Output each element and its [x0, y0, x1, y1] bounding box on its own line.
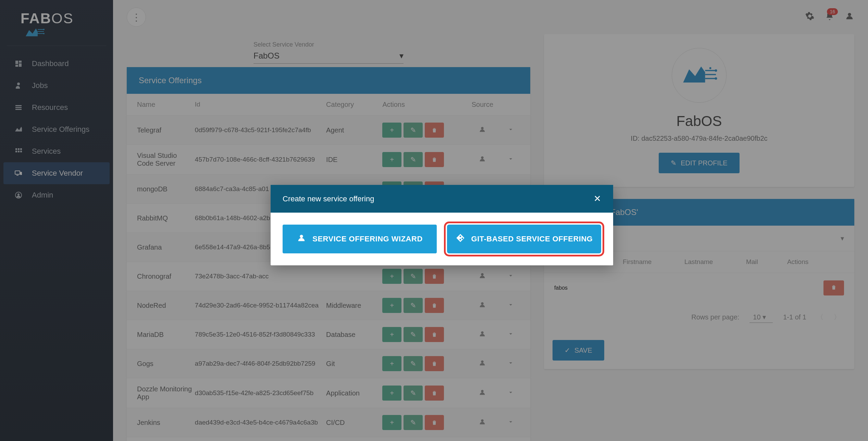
service-offering-wizard-button[interactable]: SERVICE OFFERING WIZARD	[283, 225, 437, 253]
git-icon	[456, 233, 465, 245]
git-based-service-offering-button[interactable]: GIT-BASED SERVICE OFFERING	[447, 225, 601, 253]
create-offering-modal: Create new service offering ✕ SERVICE OF…	[271, 185, 613, 265]
close-icon[interactable]: ✕	[594, 193, 601, 204]
modal-title: Create new service offering	[283, 194, 374, 203]
svg-point-39	[300, 235, 303, 238]
person-icon	[297, 233, 306, 245]
